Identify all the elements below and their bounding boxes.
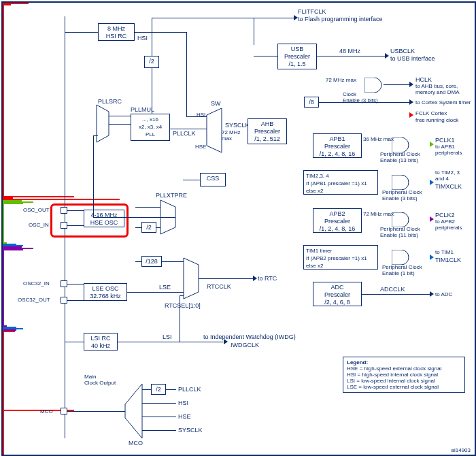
usbclk-dest: to USB interface	[390, 55, 435, 62]
hclk-label: HCLK	[415, 76, 432, 83]
wire	[166, 389, 176, 390]
wire	[93, 135, 98, 136]
pclk1-dest: to APB1 peripherals	[435, 144, 462, 156]
adcclk-label: ADCCLK	[380, 286, 405, 293]
rtcsel-label: RTCSEL[1:0]	[165, 302, 201, 309]
flitfclk-label: FLITFCLK	[298, 8, 326, 15]
sw-hse-in: HSE	[195, 144, 206, 150]
wire	[183, 180, 200, 180]
lse-signal: LSE	[159, 284, 171, 291]
iwdg-dest: to Independent Watchdog (IWDG)	[203, 333, 296, 340]
wire	[67, 225, 84, 226]
arrow-icon	[409, 82, 413, 87]
legend-line: HSE = high-speed external clock signal	[347, 365, 441, 372]
wire	[93, 135, 94, 217]
wire	[142, 417, 176, 417]
cortex-dest: to Cortex System timer	[415, 99, 471, 105]
wire	[67, 300, 84, 301]
osc32-out-pin	[61, 297, 67, 304]
pclk2-dest: to APB2 peripherals	[435, 218, 462, 231]
osc-out-label: OSC_OUT	[23, 207, 50, 213]
wire	[319, 102, 411, 103]
wire	[65, 342, 84, 342]
wire-purple	[3, 249, 23, 250]
arrow-icon	[224, 339, 228, 344]
arrow-icon	[430, 142, 434, 147]
osc-in-label: OSC_IN	[29, 222, 49, 228]
wire	[186, 32, 187, 116]
wire-red	[3, 411, 4, 455]
tim234-block: TIM2,3, 4 If (APB1 prescaler =1) x1 else…	[303, 170, 378, 195]
mco-label-text: Main Clock Output	[84, 374, 116, 386]
wire-red	[3, 5, 4, 196]
iwdgclk-label: IWDGCLK	[231, 342, 259, 348]
arrow-icon	[430, 180, 434, 185]
tim1-dest: to TIM1	[435, 249, 454, 255]
wire	[384, 84, 411, 85]
pllsrc-label: PLLSRC	[98, 98, 122, 105]
pllclk-label: PLLCLK	[173, 130, 196, 137]
wire-purple	[3, 250, 4, 325]
tim1-block: TIM1 timer If (APB2 prescaler =1) x1 els…	[303, 245, 378, 270]
tim1-enable: Peripheral Clock Enable (1 bit)	[382, 264, 422, 276]
lsi-signal: LSI	[163, 333, 172, 340]
wire	[65, 32, 98, 33]
lsi-block: LSI RC 40 kHz	[84, 333, 118, 351]
adc-dest: to ADC	[435, 291, 452, 297]
hse-block: 4-16 MHz HSE OSC	[84, 210, 124, 227]
osc-out-pin	[61, 207, 67, 214]
apb2-prescaler: APB2 Prescaler /1, 2, 4, 8, 16	[313, 208, 362, 233]
mco-pin	[61, 408, 67, 414]
wire-red	[3, 332, 4, 410]
wire	[67, 210, 84, 211]
wire	[156, 227, 160, 228]
arrow-icon	[294, 15, 298, 20]
wire-red	[3, 196, 74, 197]
wire	[186, 116, 207, 117]
wire	[170, 129, 207, 129]
fclk-dest: free running clock	[415, 117, 458, 123]
hse-div128: /128	[141, 256, 162, 267]
hsi-div2: /2	[144, 56, 159, 68]
wire	[152, 32, 186, 33]
wire-green	[3, 204, 4, 242]
css-block: CSS	[200, 173, 226, 186]
usb-prescaler: USB Prescaler /1, 1.5	[277, 44, 317, 69]
wire-red	[3, 331, 15, 332]
timxclk-label: TIMXCLK	[435, 183, 462, 190]
arrow-icon	[409, 112, 413, 118]
wire	[142, 430, 176, 431]
wire	[142, 389, 151, 390]
cortex-div8: /8	[304, 97, 319, 108]
mco-opt-1: HSI	[178, 400, 188, 406]
rtcclk-label: RTCCLK	[207, 283, 231, 290]
timxclk-dest: to TIM2, 3 and 4	[435, 169, 460, 182]
arrow-icon	[385, 53, 389, 59]
osc32-out-label: OSC32_OUT	[18, 297, 50, 303]
wire	[180, 295, 184, 296]
diagram-id: ai14903	[452, 447, 471, 453]
hse-div2: /2	[141, 222, 156, 233]
adc-prescaler: ADC Prescaler /2, 4, 6, 8	[313, 282, 362, 306]
mco-opt-3: SYSCLK	[178, 427, 203, 434]
wire	[67, 411, 125, 412]
wire	[67, 284, 84, 284]
sysclk-max: 72 MHz max	[222, 129, 241, 142]
wire	[317, 56, 385, 56]
osc32-in-label: OSC32_IN	[23, 280, 50, 287]
pclk1-label: PCLK1	[435, 137, 455, 144]
rtcsel-mux	[184, 258, 204, 300]
mco-opt-2: HSE	[178, 413, 191, 420]
arrow-icon	[409, 99, 413, 105]
usb-freq: 48 MHz	[339, 48, 360, 54]
pllmul-label: PLLMUL	[131, 106, 154, 113]
arrow-icon	[430, 216, 434, 222]
mco-div2: /2	[151, 384, 166, 395]
pclk1-enable: Peripheral Clock Enable (13 bits)	[380, 151, 420, 163]
arrow-icon	[430, 291, 434, 297]
svg-marker-4	[125, 384, 142, 438]
pllxtpre-mux	[160, 200, 181, 235]
pclk2-label: PCLK2	[435, 212, 455, 218]
legend-title: Legend:	[347, 359, 368, 365]
sw-label: SW	[211, 100, 221, 107]
